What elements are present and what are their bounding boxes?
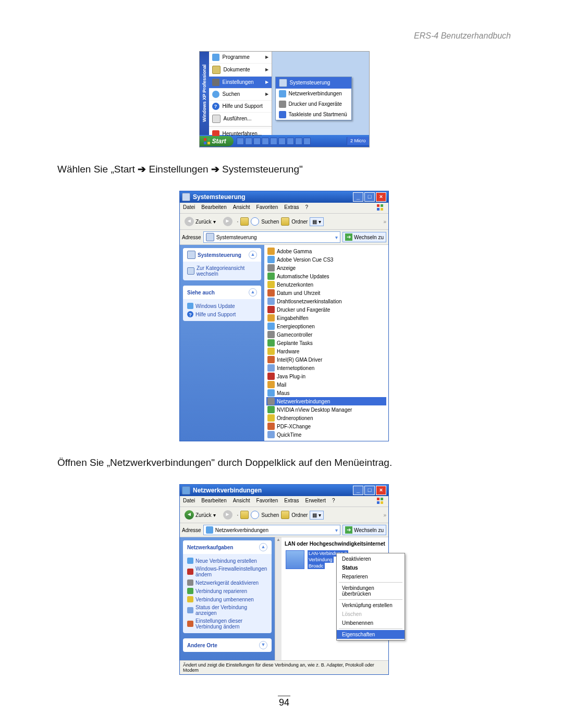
control-panel-item[interactable]: Drahtlosnetzwerkinstallation [266, 297, 386, 305]
control-panel-item[interactable]: PDF-XChange [266, 422, 386, 430]
control-panel-item[interactable]: Eingabehilfen [266, 314, 386, 322]
menu-hilfe[interactable]: ? Hilfe und Support [209, 100, 272, 112]
menu-hilfe[interactable]: ? [332, 498, 335, 505]
panel-head[interactable]: Netzwerkaufgaben ▲ [183, 540, 272, 554]
panel-head[interactable]: Andere Orte ▼ [183, 638, 272, 652]
menu-bearbeiten[interactable]: Bearbeiten [201, 204, 226, 212]
menu-suchen[interactable]: Suchen ▶ [209, 88, 272, 100]
folders-label[interactable]: Ordner [291, 219, 308, 225]
control-panel-item[interactable]: Netzwerkverbindungen [266, 397, 386, 405]
menu-favoriten[interactable]: Favoriten [256, 498, 278, 505]
close-button[interactable]: × [376, 192, 386, 202]
view-button[interactable]: ▦ ▾ [310, 511, 324, 520]
network-task-link[interactable]: Verbindung umbenennen [187, 595, 267, 603]
menu-bearbeiten[interactable]: Bearbeiten [201, 498, 226, 505]
ctx-eigenschaften[interactable]: Eigenschaften [337, 630, 405, 639]
link-help[interactable]: ? Hilfe und Support [187, 310, 257, 318]
menu-hilfe[interactable]: ? [305, 204, 309, 212]
minimize-button[interactable]: _ [353, 192, 363, 202]
menu-ansicht[interactable]: Ansicht [233, 498, 250, 505]
window-titlebar[interactable]: Systemsteuerung _ □ × [180, 191, 388, 203]
network-task-link[interactable]: Status der Verbindung anzeigen [187, 603, 267, 617]
control-panel-item[interactable]: NVIDIA nView Desktop Manager [266, 405, 386, 414]
collapse-icon[interactable]: ▲ [249, 251, 257, 259]
network-task-link[interactable]: Netzwerkgerät deaktivieren [187, 578, 267, 587]
go-button[interactable]: ➔ Wechseln zu [342, 232, 386, 242]
go-button[interactable]: ➔ Wechseln zu [342, 525, 386, 535]
ctx-verknuepfung[interactable]: Verknüpfung erstellen [337, 601, 405, 610]
forward-button[interactable] [221, 215, 235, 228]
folder-icon[interactable] [281, 511, 289, 519]
submenu-taskleiste[interactable]: Taskleiste und Startmenü [276, 109, 351, 120]
control-panel-item[interactable]: Ordneroptionen [266, 414, 386, 422]
control-panel-item[interactable]: Mail [266, 380, 386, 389]
ctx-status[interactable]: Status [337, 563, 405, 572]
link-categoryview[interactable]: Zur Kategorieansicht wechseln [187, 264, 257, 278]
menu-datei[interactable]: Datei [183, 204, 195, 212]
forward-button[interactable] [221, 509, 235, 521]
maximize-button[interactable]: □ [364, 486, 375, 495]
ctx-umbenennen[interactable]: Umbenennen [337, 619, 405, 627]
dropdown-icon[interactable]: ▾ [335, 235, 338, 240]
maximize-button[interactable]: □ [364, 192, 375, 202]
ctx-ueberbruecken[interactable]: Verbindungen überbrücken [337, 584, 405, 598]
taskbar-quicklaunch[interactable] [237, 138, 311, 145]
network-task-link[interactable]: Windows-Firewalleinstellungen ändern [187, 565, 267, 578]
window-titlebar[interactable]: Netzwerkverbindungen _ □ × [180, 485, 388, 496]
network-task-link[interactable]: Einstellungen dieser Verbindung ändern [187, 617, 267, 631]
search-icon[interactable] [251, 217, 259, 226]
address-input[interactable]: Netzwerkverbindungen ▾ [203, 525, 340, 535]
ctx-reparieren[interactable]: Reparieren [337, 572, 405, 581]
ctx-deaktivieren[interactable]: Deaktivieren [337, 554, 405, 563]
menu-extras[interactable]: Extras [284, 204, 299, 212]
menu-erweitert[interactable]: Erweitert [305, 498, 326, 505]
back-button[interactable]: Zurück ▾ [182, 509, 218, 521]
folder-icon[interactable] [281, 217, 289, 226]
control-panel-item[interactable]: Drucker und Faxgeräte [266, 305, 386, 314]
toolbar-more-icon[interactable]: » [383, 512, 386, 518]
search-icon[interactable] [251, 511, 259, 519]
control-panel-item[interactable]: Internetoptionen [266, 364, 386, 372]
start-button[interactable]: Start [200, 136, 234, 146]
control-panel-item[interactable]: Benutzerkonten [266, 280, 386, 289]
control-panel-item[interactable]: Geplante Tasks [266, 339, 386, 347]
control-panel-item[interactable]: Intel(R) GMA Driver [266, 355, 386, 364]
control-panel-item[interactable]: Maus [266, 389, 386, 397]
search-label[interactable]: Suchen [261, 512, 279, 518]
dropdown-icon[interactable]: ▾ [335, 527, 338, 533]
control-panel-item[interactable]: Gamecontroller [266, 330, 386, 339]
close-button[interactable]: × [376, 486, 386, 495]
control-panel-item[interactable]: Hardware [266, 347, 386, 355]
search-label[interactable]: Suchen [261, 219, 279, 225]
control-panel-item[interactable]: Datum und Uhrzeit [266, 289, 386, 297]
taskbar-tray[interactable]: 2 Micro [347, 137, 369, 145]
panel-head[interactable]: Siehe auch ▲ [183, 286, 261, 299]
network-task-link[interactable]: Neue Verbindung erstellen [187, 557, 267, 565]
menu-ausfuehren[interactable]: Ausführen... [209, 112, 272, 125]
minimize-button[interactable]: _ [353, 486, 363, 495]
view-button[interactable]: ▦ ▾ [310, 217, 324, 226]
link-winupdate[interactable]: Windows Update [187, 302, 257, 310]
expand-icon[interactable]: ▼ [259, 641, 267, 649]
control-panel-item[interactable]: Energieoptionen [266, 322, 386, 330]
menu-dokumente[interactable]: Dokumente ▶ [209, 63, 272, 76]
address-input[interactable]: Systemsteuerung ▾ [203, 231, 340, 243]
menu-programme[interactable]: Programme ▶ [209, 52, 272, 63]
menu-ansicht[interactable]: Ansicht [233, 204, 250, 212]
collapse-icon[interactable]: ▲ [259, 543, 267, 551]
menu-extras[interactable]: Extras [284, 498, 299, 505]
control-panel-item[interactable]: Java Plug-in [266, 372, 386, 380]
menu-favoriten[interactable]: Favoriten [256, 204, 278, 212]
folders-label[interactable]: Ordner [291, 512, 308, 518]
menu-einstellungen[interactable]: Einstellungen ▶ [209, 76, 272, 88]
up-folder-icon[interactable] [240, 217, 249, 226]
up-folder-icon[interactable] [240, 511, 249, 519]
scrollbar[interactable] [275, 537, 282, 660]
control-panel-item[interactable]: Adobe Version Cue CS3 [266, 255, 386, 264]
control-panel-item[interactable]: Automatische Updates [266, 272, 386, 280]
control-panel-item[interactable]: Adobe Gamma [266, 247, 386, 255]
submenu-netzwerk[interactable]: Netzwerkverbindungen [276, 89, 351, 99]
back-button[interactable]: Zurück ▾ [182, 215, 218, 228]
control-panel-item[interactable]: Anzeige [266, 264, 386, 272]
collapse-icon[interactable]: ▲ [249, 288, 257, 297]
